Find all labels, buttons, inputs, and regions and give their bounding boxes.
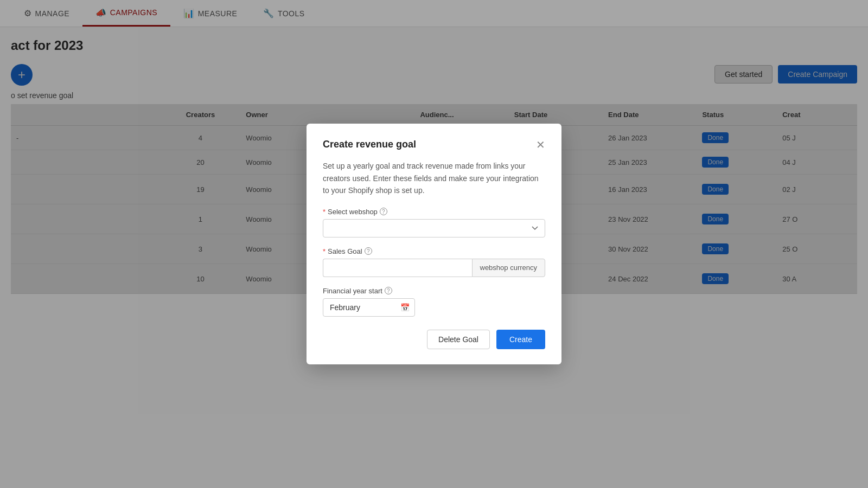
modal-close-button[interactable]: ✕: [536, 139, 545, 150]
sales-goal-label: * Sales Goal ?: [323, 247, 545, 255]
sales-goal-help-icon[interactable]: ?: [365, 247, 372, 255]
sales-goal-input[interactable]: [323, 259, 472, 277]
webshop-help-icon[interactable]: ?: [380, 208, 387, 215]
delete-goal-button[interactable]: Delete Goal: [427, 330, 490, 349]
currency-label: webshop currency: [472, 259, 546, 277]
create-revenue-goal-modal: Create revenue goal ✕ Set up a yearly go…: [307, 124, 561, 364]
webshop-label-text: Select webshop: [328, 208, 378, 216]
financial-year-label: Financial year start ?: [323, 287, 545, 295]
sales-goal-label-text: Sales Goal: [328, 247, 362, 255]
date-input-wrapper: 📅: [323, 298, 415, 317]
required-star-2: *: [323, 247, 326, 255]
modal-footer: Delete Goal Create: [323, 330, 545, 349]
sales-goal-form-group: * Sales Goal ? webshop currency: [323, 247, 545, 277]
webshop-select[interactable]: [323, 219, 545, 237]
financial-year-form-group: Financial year start ? 📅: [323, 287, 545, 317]
modal-title: Create revenue goal: [323, 139, 416, 150]
modal-overlay: Create revenue goal ✕ Set up a yearly go…: [0, 0, 868, 488]
modal-description: Set up a yearly goal and track revenue m…: [323, 160, 545, 196]
create-button[interactable]: Create: [496, 330, 545, 349]
required-star: *: [323, 208, 326, 216]
modal-header: Create revenue goal ✕: [323, 139, 545, 150]
financial-year-help-icon[interactable]: ?: [385, 287, 392, 294]
webshop-form-group: * Select webshop ?: [323, 208, 545, 237]
webshop-label: * Select webshop ?: [323, 208, 545, 216]
financial-year-input[interactable]: [323, 298, 415, 317]
sales-goal-row: webshop currency: [323, 259, 545, 277]
financial-year-label-text: Financial year start: [323, 287, 382, 295]
